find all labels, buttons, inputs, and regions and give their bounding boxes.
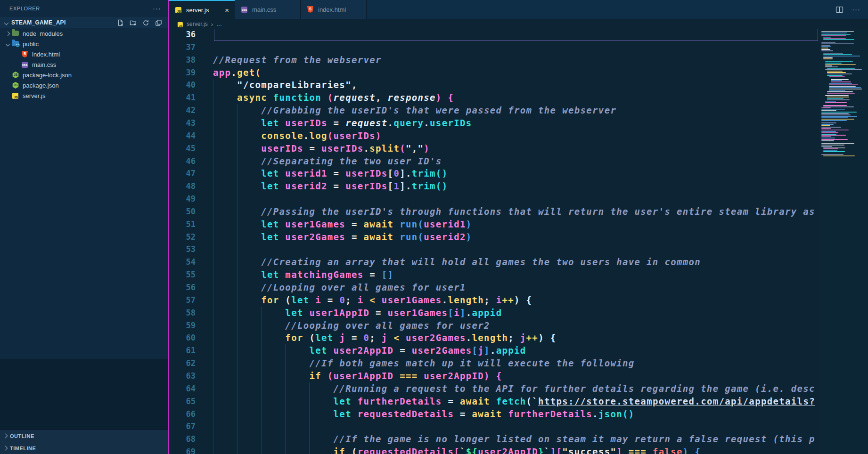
tree-item-index-html[interactable]: 5index.html (0, 49, 168, 59)
code-line-55[interactable]: 55 let matchingGames = [] (169, 268, 818, 281)
minimap-line (825, 63, 842, 64)
tab-server-js[interactable]: JS server.js × (169, 0, 235, 19)
code-line-46[interactable]: 46 //Separating the two user ID's (169, 155, 818, 168)
code-line-63[interactable]: 63 if (user1AppID === user2AppID) { (169, 370, 818, 382)
code-text: for (let j = 0; j < user2Games.length; j… (213, 332, 556, 344)
minimap-line (821, 143, 854, 144)
code-line-65[interactable]: 65 let furtherDetails = await fetch(`htt… (169, 395, 818, 408)
line-number: 38 (169, 54, 196, 66)
minimap-line (821, 128, 831, 129)
new-folder-icon[interactable] (130, 19, 137, 26)
indent-guide (237, 193, 237, 205)
code-text: app.get( (213, 66, 261, 79)
tree-item-label: package-lock.json (23, 72, 72, 79)
code-line-44[interactable]: 44 console.log(userIDs) (169, 130, 818, 142)
explorer-sidebar: EXPLORER ··· STEAM_GAME_API node_modules… (0, 0, 168, 454)
project-section-header[interactable]: STEAM_GAME_API (0, 17, 168, 28)
line-number: 64 (169, 382, 196, 395)
code-line-67[interactable]: 67 (169, 420, 818, 433)
minimap-line (831, 81, 851, 82)
minimap-line (821, 110, 836, 111)
code-line-60[interactable]: 60 for (let j = 0; j < user2Games.length… (169, 332, 818, 344)
collapse-folders-icon[interactable] (155, 19, 162, 26)
minimap-line (821, 120, 847, 121)
code-line-51[interactable]: 51 let user1Games = await run(userid1) (169, 218, 818, 231)
minimap-line (829, 89, 862, 89)
tree-item-public[interactable]: public (0, 39, 168, 49)
code-line-59[interactable]: 59 //Looping over all games for user2 (169, 319, 818, 332)
code-line-56[interactable]: 56 //Looping over all games for user1 (169, 281, 818, 294)
tab-main-css[interactable]: css main.css (235, 0, 301, 19)
code-line-42[interactable]: 42 //Grabbing the userID's that were pas… (169, 104, 818, 117)
code-line-64[interactable]: 64 //Running a request to the API for fu… (169, 382, 818, 395)
close-tab-icon[interactable]: × (218, 6, 229, 14)
line-number: 42 (169, 104, 196, 117)
line-number: 41 (169, 91, 196, 104)
code-line-58[interactable]: 58 let user1AppID = user1Games[i].appid (169, 307, 818, 319)
minimap[interactable] (819, 29, 868, 454)
minimap-line (829, 76, 845, 77)
minimap-line (821, 125, 830, 126)
split-editor-icon[interactable] (835, 6, 843, 14)
code-line-66[interactable]: 66 let requestedDetails = await furtherD… (169, 408, 818, 421)
tree-item-main-css[interactable]: cssmain.css (0, 59, 168, 70)
code-line-61[interactable]: 61 let user2AppID = user2Games[j].appid (169, 344, 818, 357)
minimap-line (825, 65, 832, 66)
code-line-47[interactable]: 47 let userid1 = userIDs[0].trim() (169, 167, 818, 180)
tree-item-node-modules[interactable]: node_modules (0, 28, 168, 39)
explorer-more-icon[interactable]: ··· (153, 6, 161, 11)
code-line-38[interactable]: 38//Request from the webserver (169, 54, 818, 66)
code-line-39[interactable]: 39app.get( (169, 66, 818, 79)
code-line-37[interactable]: 37 (169, 41, 818, 54)
indent-guide (237, 420, 237, 433)
code-line-69[interactable]: 69 if (requestedDetails[`${user2AppID}`]… (169, 446, 818, 454)
minimap-line (823, 38, 846, 39)
tree-item-package-lock-json[interactable]: JSpackage-lock.json (0, 70, 168, 80)
code-line-54[interactable]: 54 //Creating an array that will hold al… (169, 256, 818, 268)
minimap-line (829, 83, 852, 84)
minimap-line (823, 147, 845, 148)
minimap-line (821, 46, 831, 47)
minimap-line (821, 136, 831, 137)
minimap-line (823, 106, 854, 107)
line-number: 47 (169, 167, 196, 180)
code-text: if (user1AppID === user2AppID) { (213, 370, 502, 382)
breadcrumb[interactable]: JS server.js › … (169, 19, 868, 29)
code-line-45[interactable]: 45 userIDs = userIDs.split(",") (169, 142, 818, 155)
code-line-50[interactable]: 50 //Passing the userID's through functi… (169, 205, 818, 218)
timeline-title: TIMELINE (10, 446, 36, 451)
code-line-36[interactable]: 36 (169, 29, 818, 41)
minimap-line (825, 66, 838, 67)
line-number: 65 (169, 395, 196, 408)
tree-item-server-js[interactable]: JSserver.js (0, 90, 168, 101)
line-number: 50 (169, 205, 196, 218)
code-line-52[interactable]: 52 let user2Games = await run(userid2) (169, 231, 818, 243)
new-file-icon[interactable] (117, 19, 124, 26)
code-line-41[interactable]: 41 async function (request, response) { (169, 91, 818, 104)
tab-index-html[interactable]: 5 index.html (301, 0, 367, 19)
code-editor[interactable]: 363738//Request from the webserver39app.… (169, 29, 818, 454)
code-line-49[interactable]: 49 (169, 193, 818, 205)
code-line-40[interactable]: 40 "/compareLibraries", (169, 79, 818, 91)
code-text: let userid2 = userIDs[1].trim() (213, 180, 448, 193)
chevron-right-icon (4, 32, 11, 35)
code-line-62[interactable]: 62 //If both games match up it will exec… (169, 357, 818, 370)
code-line-53[interactable]: 53 (169, 243, 818, 256)
tree-item-label: public (23, 41, 39, 48)
line-number: 48 (169, 180, 196, 193)
tree-item-package-json[interactable]: JSpackage.json (0, 80, 168, 90)
minimap-line (829, 84, 858, 85)
minimap-line (821, 131, 836, 132)
line-number: 61 (169, 344, 196, 357)
code-line-57[interactable]: 57 for (let i = 0; i < user1Games.length… (169, 294, 818, 307)
editor-more-icon[interactable]: ··· (852, 7, 860, 12)
code-line-68[interactable]: 68 //If the game is no longer listed on … (169, 433, 818, 446)
code-line-48[interactable]: 48 let userid2 = userIDs[1].trim() (169, 180, 818, 193)
minimap-line (827, 98, 843, 99)
code-line-43[interactable]: 43 let userIDs = request.query.userIDs (169, 117, 818, 130)
refresh-icon[interactable] (142, 19, 149, 26)
timeline-pane-header[interactable]: TIMELINE (0, 442, 168, 454)
outline-pane-header[interactable]: OUTLINE (0, 430, 168, 442)
indent-guide (261, 420, 262, 433)
line-number: 63 (169, 370, 196, 382)
